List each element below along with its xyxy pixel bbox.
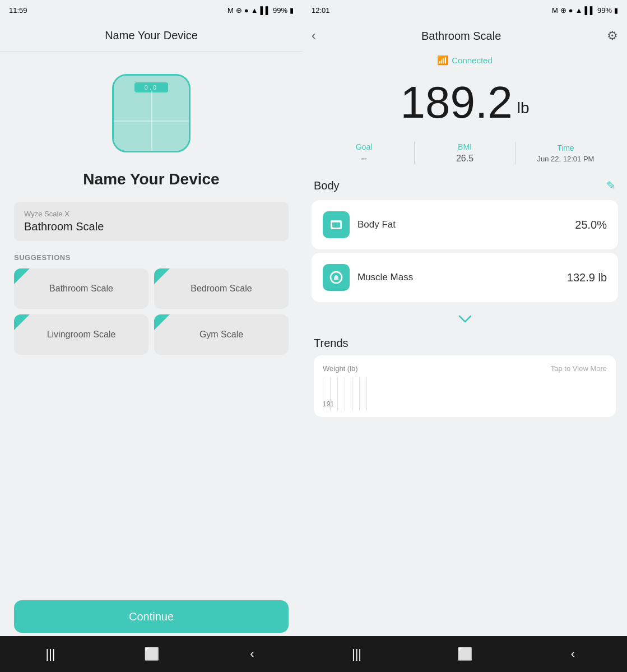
stat-bmi: BMI 26.5 <box>415 142 515 164</box>
body-fat-left: Body Fat <box>323 211 396 238</box>
top-bar-right: ‹ Bathroom Scale ⚙ <box>303 20 627 52</box>
back-button[interactable]: ‹ <box>312 29 315 43</box>
stat-goal-label: Goal <box>356 142 373 151</box>
wifi-icon-left: ▲ <box>251 6 258 15</box>
suggestion-bathroom[interactable]: Bathroom Scale <box>14 268 148 309</box>
bluetooth-label: Connected <box>452 55 493 65</box>
muscle-mass-name: Muscle Mass <box>357 272 413 283</box>
muscle-mass-left: Muscle Mass <box>323 264 413 291</box>
nav-back-right[interactable]: ‹ <box>562 643 584 665</box>
stat-goal: Goal -- <box>314 142 414 164</box>
trends-chart <box>323 377 607 411</box>
suggestions-label: SUGGESTIONS <box>14 253 289 262</box>
page-title-right: Bathroom Scale <box>421 30 501 43</box>
suggestion-gym[interactable]: Gym Scale <box>154 314 289 355</box>
stat-time-value: Jun 22, 12:01 PM <box>537 155 595 163</box>
trends-title: Trends <box>314 337 616 350</box>
body-fat-name: Body Fat <box>357 219 396 230</box>
weight-value: 189.2 <box>401 80 513 125</box>
muscle-mass-icon <box>328 270 344 285</box>
nav-home-right[interactable]: ⬜ <box>454 643 476 665</box>
continue-button[interactable]: Continue <box>14 600 289 633</box>
body-edit-icon[interactable]: ✎ <box>606 179 616 192</box>
trends-section: Trends Weight (lb) Tap to View More 191 <box>303 332 627 417</box>
stat-bmi-value: 26.5 <box>456 154 473 164</box>
signal-icon-left: ▌▌ <box>261 6 271 15</box>
nav-bar-left: ||| ⬜ ‹ <box>0 636 303 672</box>
suggestion-bedroom-label: Bedroom Scale <box>191 284 252 294</box>
signal-icon-right: ▌▌ <box>585 6 595 15</box>
weight-unit: lb <box>517 99 530 117</box>
gps-icon-left: ⊕ <box>236 6 242 15</box>
body-fat-icon <box>328 217 344 233</box>
status-icons-right: M ⊕ ● ▲ ▌▌ 99% ▮ <box>552 6 618 15</box>
body-fat-card: Body Fat 25.0% <box>312 200 618 249</box>
body-section-header: Body ✎ <box>303 170 627 197</box>
suggestion-livingroom[interactable]: Livingroom Scale <box>14 314 148 355</box>
top-bar-left: Name Your Device <box>0 20 303 52</box>
right-panel: 12:01 M ⊕ ● ▲ ▌▌ 99% ▮ ‹ Bathroom Scale … <box>303 0 627 672</box>
mail-icon-right: M <box>552 6 558 15</box>
muscle-mass-value: 132.9 lb <box>567 271 607 284</box>
device-subtitle: Wyze Scale X <box>24 210 278 218</box>
expand-more-button[interactable] <box>303 305 627 332</box>
weight-display: 189.2 lb <box>303 69 627 136</box>
stat-goal-value: -- <box>361 154 367 164</box>
suggestion-bedroom[interactable]: Bedroom Scale <box>154 268 289 309</box>
settings-icon[interactable]: ⚙ <box>607 29 618 43</box>
page-title-left: Name Your Device <box>105 29 198 42</box>
body-fat-value: 25.0% <box>575 219 607 231</box>
chart-y-min: 191 <box>323 400 334 408</box>
chart-gridline-4 <box>345 377 345 411</box>
name-device-heading: Name Your Device <box>83 170 219 188</box>
device-name-box[interactable]: Wyze Scale X Bathroom Scale <box>14 202 289 241</box>
dot-icon-right: ● <box>569 6 573 15</box>
time-left: 11:59 <box>9 6 27 15</box>
mail-icon-left: M <box>227 6 234 15</box>
trends-axis-label: Weight (lb) <box>323 364 358 373</box>
bluetooth-icon: 📶 <box>437 55 448 66</box>
nav-back-left[interactable]: ‹ <box>241 643 263 665</box>
svg-rect-1 <box>332 222 340 228</box>
trends-tap-more: Tap to View More <box>551 364 607 373</box>
battery-icon-right: ▮ <box>614 6 618 15</box>
gps-icon-right: ⊕ <box>560 6 566 15</box>
suggestions-grid: Bathroom Scale Bedroom Scale Livingroom … <box>14 268 289 355</box>
nav-bar-right: ||| ⬜ ‹ <box>303 636 627 672</box>
status-bar-right: 12:01 M ⊕ ● ▲ ▌▌ 99% ▮ <box>303 0 627 20</box>
trends-header: Weight (lb) Tap to View More <box>323 364 607 373</box>
trends-card[interactable]: Weight (lb) Tap to View More 191 <box>314 355 616 417</box>
muscle-mass-icon-box <box>323 264 350 291</box>
stat-bmi-label: BMI <box>458 142 472 151</box>
chart-gridline-7 <box>366 377 367 411</box>
chart-gridline-3 <box>337 377 338 411</box>
body-fat-icon-box <box>323 211 350 238</box>
status-bar-left: 11:59 M ⊕ ● ▲ ▌▌ 99% ▮ <box>0 0 303 20</box>
battery-icon-left: ▮ <box>290 6 294 15</box>
nav-home-left[interactable]: ⬜ <box>140 643 162 665</box>
suggestion-livingroom-label: Livingroom Scale <box>47 330 116 340</box>
left-panel: 11:59 M ⊕ ● ▲ ▌▌ 99% ▮ Name Your Device … <box>0 0 303 672</box>
chevron-down-icon <box>457 313 473 325</box>
wifi-icon-right: ▲ <box>575 6 583 15</box>
scale-image: 0.0 <box>112 74 191 152</box>
svg-rect-2 <box>331 220 342 223</box>
scroll-content: 📶 Connected 189.2 lb Goal -- BMI 26.5 Ti… <box>303 52 627 672</box>
battery-left: 99% <box>273 6 287 15</box>
stats-row: Goal -- BMI 26.5 Time Jun 22, 12:01 PM <box>303 136 627 170</box>
stat-time-label: Time <box>557 143 574 152</box>
nav-menu-left[interactable]: ||| <box>39 643 62 665</box>
status-icons-left: M ⊕ ● ▲ ▌▌ 99% ▮ <box>227 6 294 15</box>
time-right: 12:01 <box>312 6 330 15</box>
suggestion-gym-label: Gym Scale <box>199 330 243 340</box>
stat-time: Time Jun 22, 12:01 PM <box>515 143 616 163</box>
bluetooth-status: 📶 Connected <box>303 52 627 69</box>
muscle-mass-card: Muscle Mass 132.9 lb <box>312 253 618 302</box>
dot-icon-left: ● <box>244 6 249 15</box>
scale-display-text: 0.0 <box>145 84 158 91</box>
body-section-title: Body <box>314 179 340 192</box>
nav-menu-right[interactable]: ||| <box>346 643 368 665</box>
chart-gridline-5 <box>352 377 352 411</box>
device-name-value: Bathroom Scale <box>24 220 278 233</box>
suggestion-bathroom-label: Bathroom Scale <box>49 284 113 294</box>
